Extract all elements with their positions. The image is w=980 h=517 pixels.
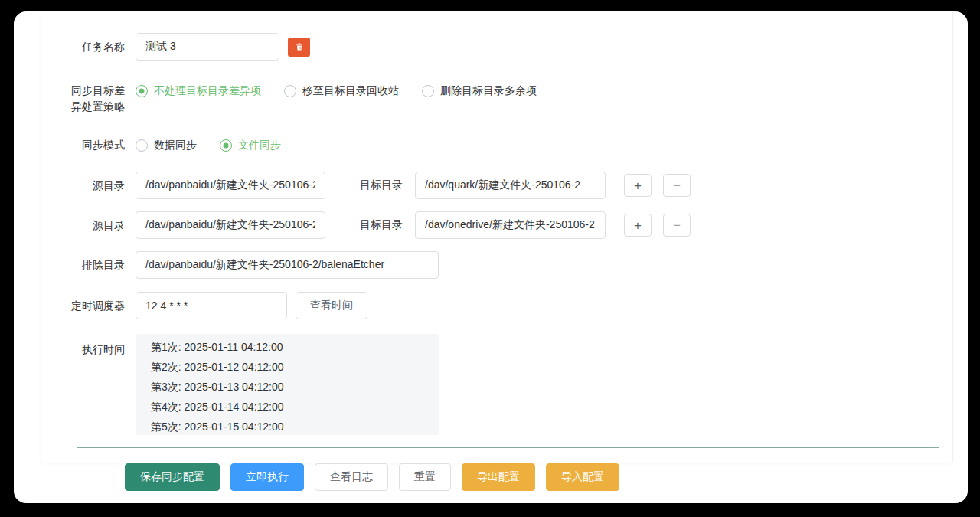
remove-dir-row-button[interactable]: −	[663, 214, 691, 237]
target-dir-label: 目标目录	[360, 178, 403, 192]
app-window: 任务名称 同步目标差异处置策略 不处理目标目录差异项	[14, 11, 968, 503]
exclude-dir-row: 排除目录	[67, 251, 952, 279]
section-divider	[77, 447, 939, 448]
radio-file-sync[interactable]: 文件同步	[220, 137, 281, 153]
radio-circle-icon	[220, 139, 232, 152]
target-dir-input[interactable]	[415, 211, 606, 239]
radio-circle-icon	[422, 85, 434, 97]
exec-times-label: 执行时间	[67, 342, 125, 358]
target-dir-input[interactable]	[415, 172, 606, 199]
exclude-dir-input[interactable]	[136, 251, 439, 279]
import-config-button[interactable]: 导入配置	[546, 463, 619, 491]
radio-keep-diff[interactable]: 不处理目标目录差异项	[136, 83, 261, 99]
source-dir-label: 源目录	[67, 218, 125, 234]
task-name-label: 任务名称	[67, 39, 125, 55]
target-dir-label: 目标目录	[360, 218, 403, 232]
run-now-button[interactable]: 立即执行	[230, 463, 304, 491]
view-time-button[interactable]: 查看时间	[296, 292, 368, 319]
task-name-row: 任务名称	[67, 33, 952, 61]
exec-time-line: 第4次: 2025-01-14 04:12:00	[151, 397, 439, 417]
diff-policy-radio-group: 不处理目标目录差异项 移至目标目录回收站 删除目标目录多余项	[136, 83, 560, 99]
exec-time-line: 第5次: 2025-01-15 04:12:00	[151, 417, 439, 437]
export-config-button[interactable]: 导出配置	[462, 463, 535, 491]
sync-task-form: 任务名称 同步目标差异处置策略 不处理目标目录差异项	[41, 11, 952, 448]
cron-label: 定时调度器	[67, 298, 125, 314]
exec-times-row: 执行时间 第1次: 2025-01-11 04:12:00 第2次: 2025-…	[67, 334, 952, 435]
delete-task-button[interactable]	[288, 38, 310, 57]
dir-row: 源目录 目标目录 + −	[67, 211, 952, 239]
radio-data-sync[interactable]: 数据同步	[136, 137, 197, 153]
trash-icon	[295, 42, 304, 51]
sync-task-card: 任务名称 同步目标差异处置策略 不处理目标目录差异项	[41, 11, 953, 463]
radio-circle-icon	[136, 139, 148, 152]
sync-mode-radio-group: 数据同步 文件同步	[136, 137, 304, 153]
exclude-dir-label: 排除目录	[67, 257, 125, 273]
sync-mode-row: 同步模式 数据同步 文件同步	[67, 137, 952, 153]
cron-input[interactable]	[136, 292, 287, 319]
diff-policy-label: 同步目标差异处置策略	[67, 83, 125, 115]
radio-move-to-recycle[interactable]: 移至目标目录回收站	[284, 83, 399, 99]
source-dir-label: 源目录	[67, 178, 125, 194]
action-bar: 保存同步配置 立即执行 查看日志 重置 导出配置 导入配置	[125, 463, 619, 491]
remove-dir-row-button[interactable]: −	[663, 174, 691, 197]
add-dir-row-button[interactable]: +	[624, 214, 652, 237]
exec-time-line: 第1次: 2025-01-11 04:12:00	[151, 337, 439, 357]
exec-time-line: 第3次: 2025-01-13 04:12:00	[151, 377, 439, 397]
sync-mode-label: 同步模式	[67, 137, 125, 153]
diff-policy-row: 同步目标差异处置策略 不处理目标目录差异项 移至目标目录回收站 删除目标目录多余…	[67, 83, 952, 115]
radio-delete-extra[interactable]: 删除目标目录多余项	[422, 83, 537, 99]
view-logs-button[interactable]: 查看日志	[315, 463, 388, 491]
source-dir-input[interactable]	[136, 172, 325, 199]
task-name-input[interactable]	[136, 33, 279, 61]
cron-row: 定时调度器 查看时间	[67, 292, 952, 319]
radio-circle-icon	[136, 85, 148, 97]
reset-button[interactable]: 重置	[399, 463, 451, 491]
radio-circle-icon	[284, 85, 296, 97]
exec-times-box: 第1次: 2025-01-11 04:12:00 第2次: 2025-01-12…	[136, 334, 439, 435]
dir-row: 源目录 目标目录 + −	[67, 172, 952, 199]
add-dir-row-button[interactable]: +	[624, 174, 652, 197]
save-sync-config-button[interactable]: 保存同步配置	[125, 463, 220, 491]
exec-time-line: 第2次: 2025-01-12 04:12:00	[151, 357, 439, 377]
source-dir-input[interactable]	[136, 211, 325, 239]
